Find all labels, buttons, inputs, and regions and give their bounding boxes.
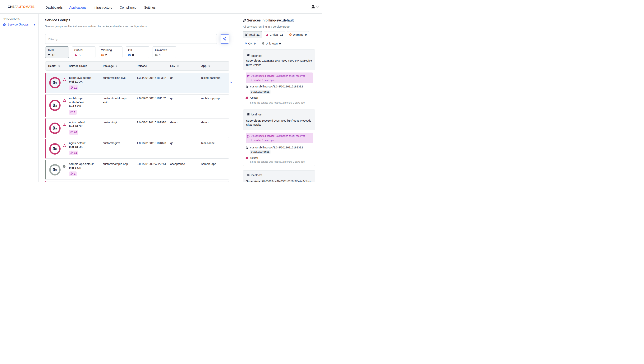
- svg-text:?: ?: [262, 43, 264, 44]
- svg-text:?: ?: [156, 54, 157, 56]
- svg-text:?: ?: [64, 165, 64, 167]
